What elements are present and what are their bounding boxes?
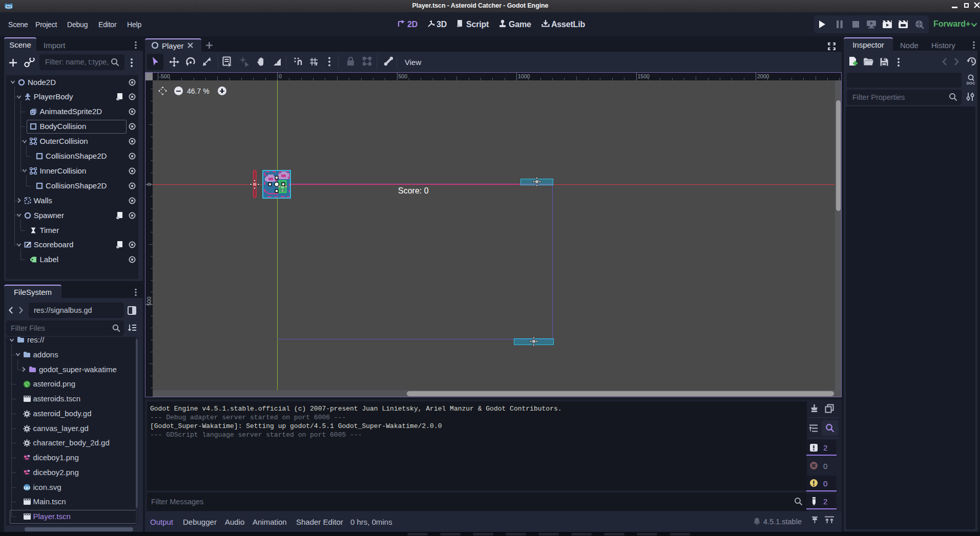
svg-text:DOC: DOC [967,81,975,85]
